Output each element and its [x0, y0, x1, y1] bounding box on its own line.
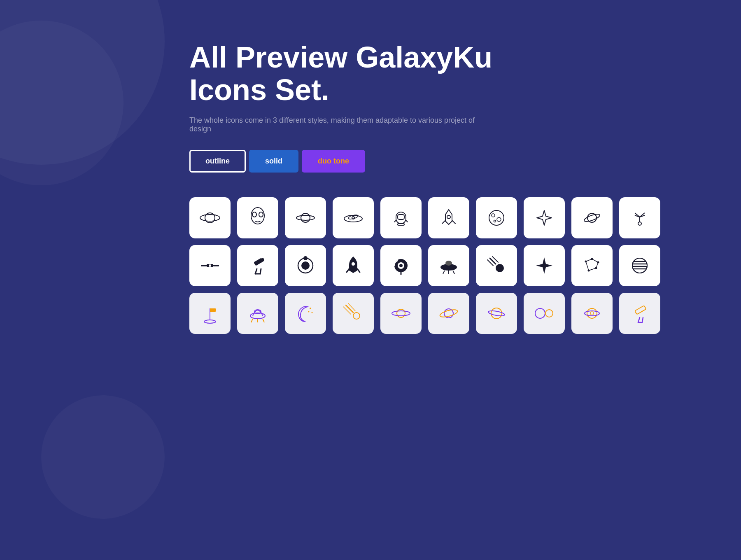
svg-point-40 [352, 262, 355, 266]
svg-line-93 [642, 317, 643, 322]
icon-card-ufo[interactable] [428, 245, 469, 286]
svg-rect-30 [213, 265, 219, 266]
svg-point-68 [204, 320, 216, 323]
icon-card-flag-moon[interactable] [189, 293, 231, 334]
icon-card-rocket-solid[interactable] [333, 245, 374, 286]
icon-card-telescope[interactable] [237, 245, 278, 286]
svg-point-5 [301, 213, 310, 222]
svg-point-4 [259, 212, 263, 217]
icon-card-alien[interactable] [237, 197, 278, 238]
icons-grid [189, 197, 552, 334]
icon-card-saturn[interactable] [285, 197, 326, 238]
icon-card-meteor[interactable] [476, 245, 517, 286]
svg-point-16 [489, 210, 504, 225]
svg-line-75 [263, 319, 264, 322]
svg-line-60 [586, 261, 589, 271]
icon-card-rocket[interactable] [428, 197, 469, 238]
svg-point-22 [638, 222, 641, 225]
icon-card-comet-duotone[interactable] [333, 293, 374, 334]
svg-point-39 [303, 256, 308, 260]
svg-point-9 [352, 217, 354, 219]
icon-card-ring-planet-duotone[interactable] [571, 293, 613, 334]
svg-point-6 [296, 215, 315, 220]
svg-rect-70 [210, 308, 216, 312]
page-subtitle: The whole icons come in 3 different styl… [189, 116, 478, 133]
svg-point-36 [261, 258, 264, 261]
svg-point-88 [587, 308, 597, 318]
svg-point-77 [312, 312, 313, 313]
duotone-button[interactable]: duo tone [302, 150, 365, 173]
svg-line-49 [453, 271, 454, 274]
icon-card-antenna[interactable] [619, 197, 660, 238]
svg-line-12 [394, 220, 396, 222]
icon-card-binary-planets[interactable] [524, 293, 565, 334]
svg-rect-91 [635, 306, 646, 315]
svg-point-15 [447, 215, 450, 219]
icon-card-satellite-dish[interactable] [380, 245, 422, 286]
svg-line-33 [255, 269, 257, 274]
svg-point-87 [545, 310, 553, 317]
svg-line-59 [589, 268, 596, 271]
icon-card-crescent[interactable] [285, 293, 326, 334]
icon-card-planet-duotone[interactable] [428, 293, 469, 334]
svg-point-50 [496, 264, 504, 272]
icon-row-1 [189, 197, 552, 238]
svg-point-84 [491, 308, 502, 319]
svg-point-86 [535, 308, 545, 318]
icon-card-constellation[interactable] [571, 245, 613, 286]
icon-card-telescope-duotone[interactable] [619, 293, 660, 334]
svg-point-38 [301, 261, 310, 270]
icon-row-2 [189, 245, 552, 286]
svg-rect-29 [201, 265, 207, 266]
svg-point-76 [310, 308, 311, 309]
icon-card-planet[interactable] [189, 197, 231, 238]
outline-button[interactable]: outline [189, 150, 246, 173]
page-title: All Preview GalaxyKu Icons Set. [189, 41, 552, 106]
icon-card-saturn-duotone[interactable] [380, 293, 422, 334]
svg-line-57 [592, 259, 598, 262]
svg-line-13 [406, 220, 408, 222]
svg-point-19 [494, 220, 496, 222]
svg-point-31 [209, 264, 211, 267]
icon-card-orbit[interactable] [285, 245, 326, 286]
svg-point-43 [399, 264, 403, 267]
icon-card-striped-planet[interactable] [619, 245, 660, 286]
svg-point-90 [590, 312, 594, 315]
icon-card-planet-3-duotone[interactable] [476, 293, 517, 334]
svg-rect-11 [398, 215, 404, 219]
svg-point-46 [445, 261, 452, 266]
svg-point-21 [583, 213, 601, 223]
svg-line-73 [251, 319, 253, 322]
svg-line-58 [596, 262, 598, 268]
icon-card-4star[interactable] [524, 245, 565, 286]
svg-line-47 [443, 271, 445, 274]
svg-point-18 [497, 217, 501, 222]
icon-row-3 [189, 293, 552, 334]
svg-point-78 [308, 311, 310, 313]
icon-card-astronaut[interactable] [380, 197, 422, 238]
svg-point-3 [252, 212, 256, 217]
svg-point-17 [492, 214, 495, 217]
style-button-group: outline solid duo tone [189, 150, 552, 173]
solid-button[interactable]: solid [249, 150, 298, 173]
icon-card-galaxy[interactable] [333, 197, 374, 238]
svg-point-85 [488, 310, 505, 317]
icon-card-ufo-duotone[interactable] [237, 293, 278, 334]
svg-point-79 [353, 313, 360, 319]
icon-card-space-station[interactable] [189, 245, 231, 286]
icon-card-moon-crater[interactable] [476, 197, 517, 238]
icon-card-star[interactable] [524, 197, 565, 238]
svg-point-83 [439, 308, 458, 319]
svg-point-81 [392, 311, 410, 316]
icon-card-planet-2[interactable] [571, 197, 613, 238]
svg-line-34 [260, 269, 261, 274]
svg-line-92 [638, 317, 640, 322]
svg-rect-14 [398, 224, 404, 225]
svg-line-56 [586, 259, 592, 261]
svg-point-1 [200, 215, 220, 221]
